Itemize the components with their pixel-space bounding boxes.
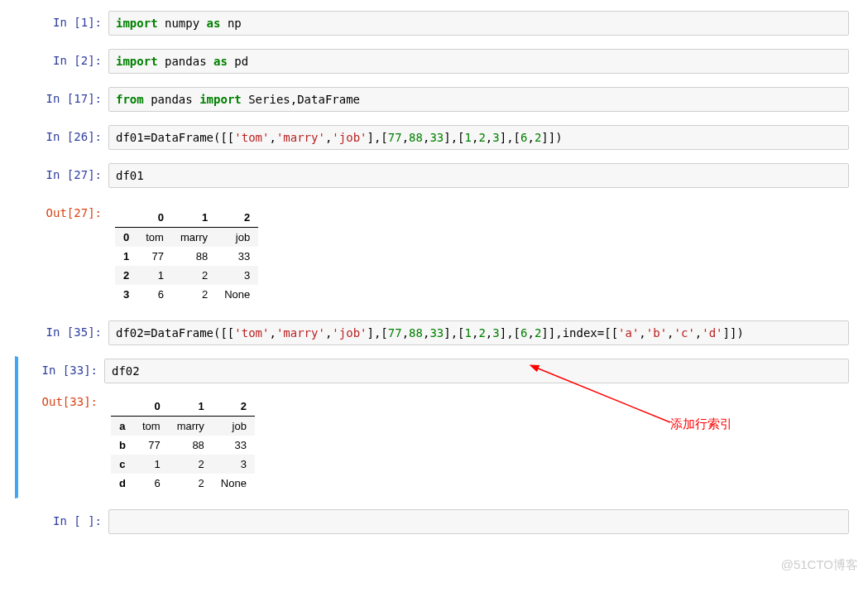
code-input[interactable]: df02 [104, 359, 849, 383]
in-prompt: In [ ]: [19, 509, 108, 528]
in-prompt: In [35]: [19, 320, 108, 339]
code-input[interactable]: import numpy as np [108, 11, 849, 36]
alias: np [228, 17, 242, 30]
col-head: 0 [134, 397, 169, 417]
cell-5-output: Out[27]: 0 1 2 0tommarryjob 1778833 2123… [17, 199, 851, 310]
dataframe-table: 0 1 2 0tommarryjob 1778833 2123 362None [115, 208, 258, 304]
in-prompt: In [1]: [19, 11, 108, 29]
dataframe-output: 0 1 2 atommarryjob b778833 c123 d62None [104, 390, 849, 496]
dataframe-output: 0 1 2 0tommarryjob 1778833 2123 362None [108, 201, 849, 307]
cell-5: In [27]: df01 [17, 161, 851, 190]
cell-1: In [1]: import numpy as np [17, 8, 851, 38]
in-prompt: In [17]: [19, 87, 108, 105]
row-idx: 2 [115, 266, 137, 285]
code-input[interactable]: df02=DataFrame([['tom','marry','job'],[7… [108, 320, 849, 345]
cell-3: In [17]: from pandas import Series,DataF… [17, 84, 851, 114]
in-prompt: In [26]: [19, 125, 108, 143]
cell-7: In [35]: df02=DataFrame([['tom','marry',… [17, 318, 851, 348]
col-head: 2 [213, 397, 255, 417]
kw-as: as [207, 17, 221, 30]
module: numpy [165, 17, 199, 30]
code-input[interactable]: df01 [108, 163, 849, 188]
out-prompt: Out[27]: [19, 201, 108, 219]
cell-2: In [2]: import pandas as pd [17, 46, 851, 76]
code-input[interactable]: import pandas as pd [108, 49, 849, 74]
in-prompt: In [2]: [19, 49, 108, 67]
row-idx: c [111, 455, 134, 474]
code-input[interactable]: df01=DataFrame([['tom','marry','job'],[7… [108, 125, 849, 150]
col-head: 2 [216, 208, 258, 228]
out-prompt: Out[33]: [18, 390, 104, 408]
dataframe-table: 0 1 2 atommarryjob b778833 c123 d62None [111, 397, 255, 493]
annotation-text: 添加行索引 [670, 417, 732, 432]
row-idx: a [111, 417, 134, 436]
code-input[interactable] [108, 509, 849, 534]
col-head: 0 [137, 208, 172, 228]
col-head: 1 [169, 397, 213, 417]
row-idx: 0 [115, 228, 137, 248]
code-input[interactable]: from pandas import Series,DataFrame [108, 87, 849, 112]
cell-4: In [26]: df01=DataFrame([['tom','marry',… [17, 123, 851, 152]
cell-empty: In [ ]: [17, 507, 851, 537]
kw-import: import [116, 17, 158, 30]
watermark: @51CTO博客 [781, 557, 858, 573]
row-idx: b [111, 436, 134, 455]
in-prompt: In [33]: [18, 359, 104, 377]
row-idx: 3 [115, 285, 137, 304]
col-head: 1 [172, 208, 216, 228]
in-prompt: In [27]: [19, 163, 108, 181]
row-idx: d [111, 474, 134, 493]
row-idx: 1 [115, 247, 137, 266]
